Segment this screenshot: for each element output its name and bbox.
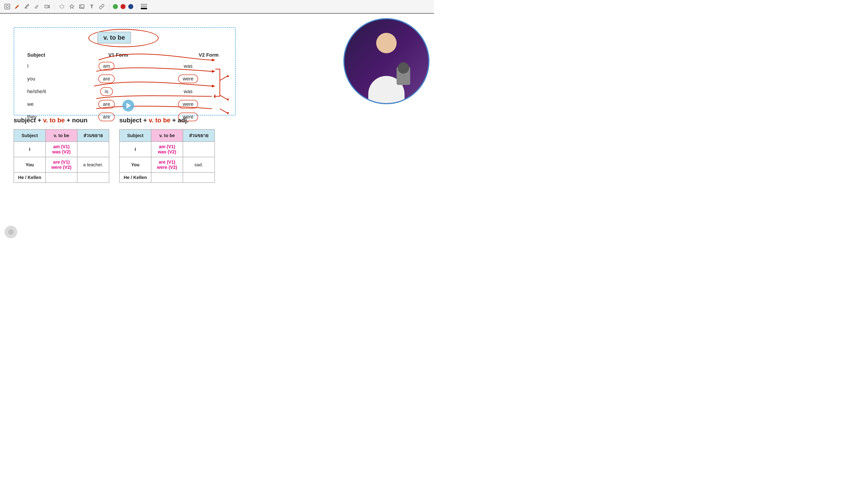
t1-row3-vtobe <box>45 172 77 183</box>
formula1: subject + v. to be + noun <box>13 117 88 124</box>
t1-row2-ext: a teacher. <box>77 157 109 172</box>
play-button[interactable] <box>122 100 134 111</box>
v-to-be-title: v. to be <box>97 32 131 43</box>
highlighter-tool-icon[interactable] <box>34 3 41 10</box>
table-row: I am (V1)was (V2) <box>14 141 109 157</box>
t2-row2-subject: You <box>119 157 151 172</box>
conj-headers: Subject V1 Form V2 Form <box>23 52 238 58</box>
formula1-red: v. to be <box>43 117 65 124</box>
t2-vtobe-header: v. to be <box>151 129 183 141</box>
t1-row3-ext <box>77 172 109 183</box>
subject-you: you <box>27 76 79 82</box>
t1-ext-header: ส่วนขยาย <box>77 129 109 141</box>
sep1 <box>54 3 55 10</box>
subject-we: we <box>27 101 79 107</box>
t1-subject-header: Subject <box>14 129 45 141</box>
t2-row1-vtobe: am (V1)was (V2) <box>151 141 183 157</box>
webcam-area <box>339 13 434 109</box>
v2-were-2: were <box>165 100 211 108</box>
sep3 <box>137 3 137 10</box>
blue-color-swatch[interactable] <box>128 4 133 9</box>
mic-head <box>398 62 409 74</box>
t2-subject-header: Subject <box>119 129 151 141</box>
t1-row2-vtobe: are (V1)were (V2) <box>45 157 77 172</box>
t1-row1-ext <box>77 141 109 157</box>
conj-row-he: he/she/it is was <box>23 85 238 98</box>
play-icon <box>126 103 131 108</box>
svg-rect-0 <box>5 4 10 9</box>
v2-was-1: was <box>165 63 211 69</box>
main-content: v. to be Subject V1 Form V2 Form I am wa… <box>0 13 434 243</box>
v1-are-1: are <box>93 74 120 83</box>
selection-tool-icon[interactable] <box>4 3 11 10</box>
t2-row3-ext <box>183 172 215 183</box>
medium-stroke[interactable] <box>141 6 147 7</box>
webcam-circle <box>343 18 430 104</box>
svg-rect-6 <box>80 5 84 8</box>
t2-row3-vtobe <box>151 172 183 183</box>
v1-header: V1 Form <box>89 52 148 58</box>
formulas-section: subject + v. to be + noun subject + v. t… <box>13 117 274 124</box>
stroke-size-selector[interactable] <box>141 4 147 9</box>
table-row: He / Kellen <box>119 172 215 183</box>
conj-row-I: I am was <box>23 60 238 72</box>
tables-section: Subject v. to be ส่วนขยาย I am (V1)was (… <box>13 129 215 183</box>
bottom-btn-icon <box>8 229 13 235</box>
red-color-swatch[interactable] <box>121 4 126 9</box>
svg-point-7 <box>81 5 81 6</box>
t1-row2-subject: You <box>14 157 45 172</box>
v2-was-2: was <box>165 89 211 95</box>
lasso-tool-icon[interactable] <box>58 3 65 10</box>
svg-point-1 <box>6 5 8 8</box>
star-tool-icon[interactable] <box>68 3 75 10</box>
svg-rect-4 <box>45 5 48 8</box>
t1-row1-subject: I <box>14 141 45 157</box>
t2-row1-ext <box>183 141 215 157</box>
svg-point-5 <box>60 5 64 8</box>
v1-is: is <box>93 87 120 96</box>
table-row: He / Kellen <box>14 172 109 183</box>
thick-stroke[interactable] <box>141 8 147 9</box>
formula2: subject + v. to be + adj. <box>119 117 189 124</box>
conj-row-you: you are were <box>23 72 238 85</box>
link-tool-icon[interactable] <box>98 3 105 10</box>
person-head <box>376 33 397 53</box>
t1-row1-vtobe: am (V1)was (V2) <box>45 141 77 157</box>
t2-row3-subject: He / Kellen <box>119 172 151 183</box>
v1-am: am <box>93 62 120 70</box>
t2-row2-vtobe: are (V1)were (V2) <box>151 157 183 172</box>
formula2-red: v. to be <box>149 117 170 124</box>
table-row: You are (V1)were (V2) sad. <box>119 157 215 172</box>
video-tool-icon[interactable] <box>43 3 51 10</box>
svg-rect-3 <box>35 8 37 9</box>
table-row: You are (V1)were (V2) a teacher. <box>14 157 109 172</box>
eraser-tool-icon[interactable] <box>24 3 31 10</box>
v2-header: V2 Form <box>179 52 238 58</box>
table-row: I am (V1)was (V2) <box>119 141 215 157</box>
t2-row1-subject: I <box>119 141 151 157</box>
subject-I: I <box>27 63 79 69</box>
green-color-swatch[interactable] <box>113 4 118 9</box>
v2-were-1: were <box>165 74 211 83</box>
t2-ext-header: ส่วนขยาย <box>183 129 215 141</box>
webcam-background <box>344 19 428 103</box>
grammar-table-noun: Subject v. to be ส่วนขยาย I am (V1)was (… <box>13 129 109 183</box>
microphone <box>397 67 410 85</box>
text-tool-icon[interactable]: T <box>88 3 95 10</box>
t2-row2-ext: sad. <box>183 157 215 172</box>
subject-header: Subject <box>27 52 75 58</box>
grammar-table-adj: Subject v. to be ส่วนขยาย I am (V1)was (… <box>119 129 215 183</box>
v1-are-2: are <box>93 100 120 108</box>
t1-vtobe-header: v. to be <box>45 129 77 141</box>
bottom-left-button[interactable] <box>4 226 17 238</box>
toolbar: T <box>0 0 434 13</box>
svg-rect-2 <box>25 8 27 9</box>
pen-tool-icon[interactable] <box>13 3 21 10</box>
conjugation-table: Subject V1 Form V2 Form I am was you are… <box>23 52 238 123</box>
conj-rows: I am was you are were he/she/it is was <box>23 60 238 123</box>
t1-row3-subject: He / Kellen <box>14 172 45 183</box>
image-tool-icon[interactable] <box>78 3 86 10</box>
subject-he: he/she/it <box>27 89 79 95</box>
